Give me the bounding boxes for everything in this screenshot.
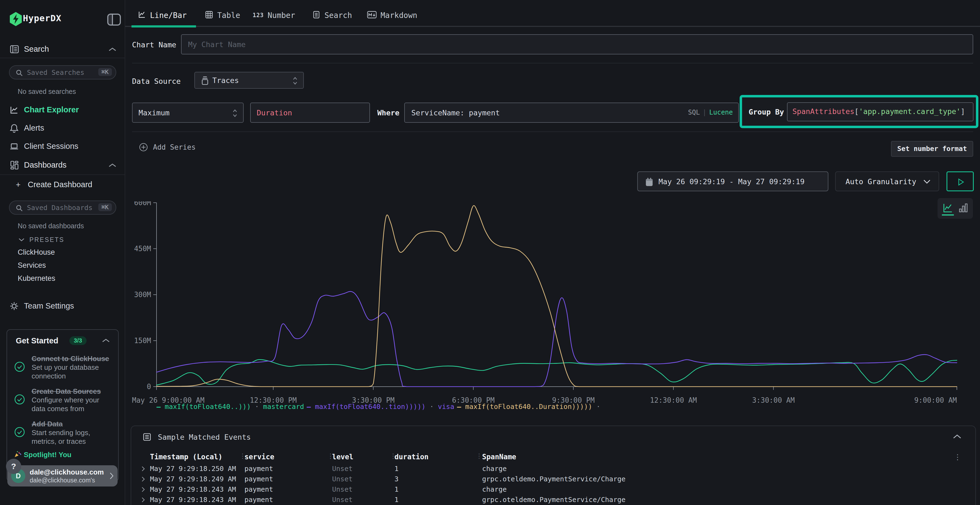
preset-clickhouse[interactable]: ClickHouse (18, 248, 55, 257)
presets-toggle[interactable]: PRESETS (18, 236, 64, 243)
aggregation-select[interactable]: Maximum (132, 103, 243, 123)
divider (0, 58, 125, 58)
tab-table[interactable]: Table (205, 10, 240, 21)
table-row[interactable]: May 27 9:29:18.249 AMpaymentUnset3grpc.o… (131, 474, 975, 484)
chart-type-tabs: Line/BarTable123NumberSearchMarkdown (125, 0, 980, 27)
sidebar-item-alerts[interactable]: Alerts (0, 122, 125, 134)
play-icon (956, 178, 965, 186)
celebration-icon (14, 451, 22, 458)
query-language-toggle[interactable]: SQL|Lucene (688, 108, 733, 116)
sidebar-item-client-sessions[interactable]: Client Sessions (0, 140, 125, 152)
saved-dashboards-input[interactable]: Saved Dashboards ⌘K (9, 200, 116, 215)
tab-line-bar[interactable]: Line/Bar (137, 10, 187, 21)
column-header-spanname[interactable]: SpanName (482, 453, 516, 461)
sidebar-collapse-icon[interactable] (106, 13, 122, 28)
get-started-item-title: Create Data Sources (32, 387, 111, 395)
presets-label: PRESETS (29, 236, 64, 243)
hyperdx-logo-icon[interactable] (9, 11, 23, 28)
create-dashboard-button[interactable]: + Create Dashboard (16, 180, 92, 192)
granularity-value: Auto Granularity (846, 178, 916, 186)
data-source-select[interactable]: Traces (194, 72, 304, 89)
get-started-item[interactable]: Create Data SourcesConfigure where your … (14, 387, 111, 413)
preset-kubernetes[interactable]: Kubernetes (18, 274, 55, 283)
active-tab-indicator (132, 25, 196, 27)
tab-search[interactable]: Search (312, 10, 352, 21)
cell-spanname: grpc.oteldemo.PaymentService/Charge (482, 496, 945, 503)
shortcut-badge: ⌘K (98, 203, 112, 211)
granularity-select[interactable]: Auto Granularity (835, 172, 939, 191)
create-dashboard-label: Create Dashboard (28, 180, 92, 189)
sidebar-item-chart-explorer[interactable]: Chart Explorer (0, 104, 125, 116)
field-input[interactable]: Duration (250, 103, 370, 123)
chart-name-input[interactable]: My Chart Name (181, 34, 973, 54)
chevron-up-icon[interactable] (101, 338, 111, 345)
saved-searches-input[interactable]: Saved Searches ⌘K (9, 65, 116, 79)
legend-item-unset[interactable]: — maxIf(toFloat640..Duration))))) · (457, 403, 601, 411)
preset-services[interactable]: Services (18, 261, 46, 270)
no-saved-dashboards-note: No saved dashboards (18, 222, 84, 230)
svg-text:12:30:00 AM: 12:30:00 AM (650, 396, 697, 404)
chart-legend: — maxIf(toFloat640..))) · mastercard— ma… (156, 403, 603, 411)
tab-number[interactable]: 123Number (253, 10, 295, 21)
legend-series-name: maxIf(toFloat640..Duration))))) (465, 403, 592, 411)
aggregation-value: Maximum (138, 108, 170, 117)
legend-group-name: visa (438, 403, 454, 411)
column-resize-handle[interactable]: ⋮ (476, 452, 482, 460)
saved-dashboards-placeholder: Saved Dashboards (27, 204, 92, 212)
sidebar-item-team-settings[interactable]: Team Settings (0, 300, 125, 312)
chevron-right-icon[interactable] (141, 486, 145, 494)
where-input[interactable]: ServiceName: payment SQL|Lucene (404, 103, 739, 123)
table-row[interactable]: May 27 9:29:18.250 AMpaymentUnset1charge (131, 464, 975, 474)
cell-service: payment (245, 485, 323, 493)
get-started-item[interactable]: Connect to ClickHouseSet up your databas… (14, 354, 111, 380)
table-row[interactable]: May 27 9:29:18.243 AMpaymentUnset1charge (131, 484, 975, 495)
check-circle-icon (14, 426, 25, 439)
user-menu[interactable]: D dale@clickhouse.com dale@clickhouse.co… (7, 465, 118, 486)
add-series-button[interactable]: Add Series (139, 143, 196, 152)
date-range-picker[interactable]: May 26 09:29:19 - May 27 09:29:19 (637, 172, 828, 191)
sidebar-section-dashboards[interactable]: Dashboards (0, 157, 125, 173)
field-value: Duration (257, 108, 292, 117)
run-query-button[interactable] (947, 172, 974, 191)
chevron-up-icon[interactable] (108, 47, 117, 53)
help-button[interactable]: ? (6, 459, 21, 474)
get-started-item[interactable]: Add DataStart sending logs, metrics, or … (14, 419, 111, 446)
chevron-right-icon[interactable] (141, 497, 145, 504)
get-started-item-desc: Set up your database connection (32, 363, 111, 380)
svg-text:600M: 600M (134, 201, 151, 207)
tab-markdown[interactable]: Markdown (367, 10, 417, 21)
app-title: HyperDX (23, 13, 62, 24)
svg-text:450M: 450M (134, 245, 151, 253)
kebab-menu-icon[interactable]: ⋮ (954, 453, 961, 461)
set-number-format-button[interactable]: Set number format (891, 141, 973, 157)
events-panel-header: Sample Matched Events (142, 432, 251, 442)
column-header-service[interactable]: service (245, 453, 274, 461)
cell-timestamp-local-: May 27 9:29:18.250 AM (150, 465, 240, 473)
get-started-header[interactable]: Get Started 3/3 (14, 336, 111, 348)
column-resize-handle[interactable]: ⋮ (327, 452, 334, 460)
timeseries-chart[interactable]: 0150M300M450M600MMay 26 9:00:00 AM12:30:… (129, 201, 962, 405)
sidebar-section-search[interactable]: Search (0, 41, 125, 57)
collapse-panel-icon[interactable] (952, 434, 962, 441)
cell-timestamp-local-: May 27 9:29:18.243 AM (150, 496, 240, 503)
column-header-timestamp-local-[interactable]: Timestamp (Local) (150, 453, 223, 461)
shortcut-badge: ⌘K (98, 68, 112, 76)
table-row[interactable]: May 27 9:29:18.243 AMpaymentUnset1grpc.o… (131, 495, 975, 505)
cell-timestamp-local-: May 27 9:29:18.243 AM (150, 485, 240, 493)
list-icon (142, 432, 152, 442)
get-started-item-title: Connect to ClickHouse (32, 354, 111, 363)
group-by-input[interactable]: SpanAttributes['app.payment.card_type'] (787, 102, 974, 121)
search-icon (16, 69, 23, 78)
cell-duration: 1 (395, 485, 473, 493)
chevron-right-icon[interactable] (141, 476, 145, 483)
chevron-up-icon[interactable] (108, 163, 117, 169)
column-header-level[interactable]: level (332, 453, 353, 461)
cell-duration: 3 (395, 475, 473, 483)
group-by-highlight-annotation: Group By SpanAttributes['app.payment.car… (740, 95, 978, 128)
chevron-right-icon[interactable] (141, 465, 145, 473)
column-resize-handle[interactable]: ⋮ (390, 452, 396, 460)
legend-item-mastercard[interactable]: — maxIf(toFloat640..))) · mastercard (156, 403, 304, 411)
legend-item-visa[interactable]: — maxIf(toFloat640..tion))))) · visa (307, 403, 454, 411)
column-header-duration[interactable]: duration (395, 453, 428, 461)
column-resize-handle[interactable]: ⋮ (239, 452, 246, 460)
